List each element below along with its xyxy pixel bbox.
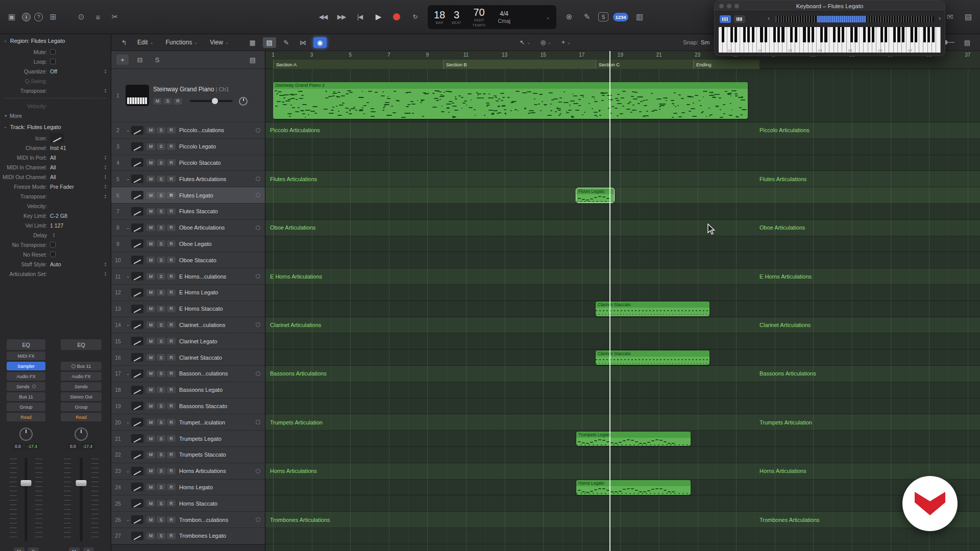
black-key[interactable] — [850, 27, 853, 42]
lcd-display[interactable]: 18BAR 3BEAT 70 KEEP TEMPO 4/4 Cmaj ⌄ — [428, 5, 556, 29]
solo-button[interactable]: S — [157, 338, 165, 344]
fader-cap[interactable] — [76, 480, 87, 486]
input-monitor-dot[interactable] — [256, 371, 260, 376]
solo-button[interactable]: S — [157, 306, 165, 312]
record-enable-button[interactable]: R — [167, 143, 176, 150]
mute-button[interactable]: M — [153, 98, 162, 105]
record-enable-button[interactable]: R — [174, 98, 182, 105]
midi-fx-slot[interactable]: MIDI FX — [7, 352, 45, 360]
solo-button[interactable]: S — [157, 321, 165, 328]
zoom-window-icon[interactable] — [734, 4, 739, 8]
menu-functions[interactable]: Functions⌄ — [165, 39, 198, 46]
solo-button[interactable]: S — [157, 370, 165, 377]
volume-fader[interactable] — [61, 457, 102, 542]
sends-slot[interactable]: Sends — [7, 382, 45, 391]
black-key[interactable] — [927, 27, 930, 42]
disclosure-chevron-icon[interactable]: ⌄ — [125, 469, 131, 473]
stepper[interactable]: ▴▾ — [105, 165, 106, 170]
duplicate-track-button[interactable]: ⊟ — [134, 55, 146, 65]
bus-11-slot[interactable]: Bus 11 — [7, 392, 45, 401]
record-enable-button[interactable]: R — [167, 387, 176, 393]
track-header-8-oboe-articulations[interactable]: 8⌄MSROboe Articulations — [111, 220, 265, 236]
track-header-9-oboe-legato[interactable]: 9MSROboe Legato — [111, 236, 265, 253]
volume-fader[interactable] — [7, 457, 45, 542]
mute-button[interactable]: M — [146, 127, 155, 134]
input-monitor-dot[interactable] — [256, 420, 260, 424]
stepper[interactable]: ▴▾ — [105, 184, 106, 189]
track-header-12-e-horns-legato[interactable]: 12MSRE Horns Legato — [111, 285, 265, 301]
black-key[interactable] — [765, 27, 767, 42]
inspector-toggle-icon[interactable]: i — [22, 13, 31, 21]
list-editors-icon[interactable]: ▥ — [633, 11, 646, 23]
track-header-panel-icon[interactable]: ▤ — [247, 55, 259, 65]
disclosure-chevron-icon[interactable]: ⌄ — [125, 274, 131, 279]
read-slot[interactable]: Read — [7, 413, 45, 421]
sampler-slot[interactable]: Sampler — [7, 362, 45, 370]
record-enable-button[interactable]: R — [167, 435, 176, 442]
solo-button[interactable]: S — [157, 354, 165, 361]
mute-button[interactable]: M — [146, 159, 155, 166]
marker-section-a[interactable]: Section A — [273, 60, 443, 69]
black-key[interactable] — [773, 27, 776, 42]
control-surfaces-icon[interactable]: ▤ — [962, 11, 975, 23]
mute-button[interactable]: M — [146, 387, 155, 393]
region-flutes-legato[interactable]: Flutes Legato — [576, 188, 614, 203]
slider-knob-icon[interactable] — [212, 98, 218, 104]
catch-playhead-icon[interactable]: ◉ — [313, 37, 327, 48]
checkbox[interactable] — [50, 59, 56, 64]
mute-button[interactable]: M — [146, 192, 155, 198]
track-header-17-bassoon-culations[interactable]: 17⌄MSRBassoon...culations — [111, 366, 265, 382]
solo-button[interactable]: S — [157, 387, 165, 393]
mixer-icon[interactable]: ≡ — [91, 11, 105, 23]
checkbox[interactable] — [50, 242, 56, 247]
track-header-7-flutes-staccato[interactable]: 7MSRFlutes Staccato — [111, 204, 265, 220]
playhead[interactable] — [609, 51, 610, 551]
stepper[interactable]: ▴▾ — [105, 88, 106, 93]
region-param-quantize[interactable]: Quantize:Off▴▾ — [0, 66, 111, 76]
mute-button[interactable]: M — [146, 240, 155, 247]
mute-button[interactable]: M — [146, 468, 155, 474]
mute-button[interactable]: M — [146, 452, 155, 458]
solo-button[interactable]: S — [157, 468, 165, 474]
solo-button[interactable]: S — [157, 176, 165, 182]
arrange-area[interactable]: Piccolo ArticulationsPiccolo Articulatio… — [265, 51, 980, 551]
solo-button[interactable]: S — [157, 435, 165, 442]
white-key[interactable] — [936, 27, 940, 53]
master-solo-button[interactable]: S — [151, 55, 163, 65]
mute-button[interactable]: M — [146, 257, 155, 263]
solo-button[interactable]: S — [157, 273, 165, 280]
black-key[interactable] — [854, 27, 857, 42]
track-header-3-piccolo-legato[interactable]: 3MSRPiccolo Legato — [111, 139, 265, 155]
track-header-11-e-horns-culations[interactable]: 11⌄MSRE Horns...culations — [111, 268, 265, 285]
region-param-more[interactable]: ▸More — [0, 111, 111, 120]
record-enable-button[interactable]: R — [167, 500, 176, 507]
track-header-18-bassoons-legato[interactable]: 18MSRBassoons Legato — [111, 382, 265, 398]
track-header-1-steinway-grand-piano[interactable]: 1Steinway Grand Piano | Ch1MSR — [111, 69, 265, 122]
stepper[interactable]: ▴▾ — [53, 233, 55, 238]
record-enable-button[interactable]: R — [167, 484, 176, 490]
stepper[interactable]: ▴▾ — [105, 174, 106, 180]
black-key[interactable] — [863, 27, 866, 42]
pan-knob[interactable] — [75, 428, 88, 441]
track-header-5-flutes-articulations[interactable]: 5⌄MSRFlutes Articulations — [111, 171, 265, 187]
mute-button[interactable]: M — [146, 419, 155, 425]
disclosure-chevron-icon[interactable]: ⌄ — [125, 177, 131, 181]
smart-controls-icon[interactable]: ⊙ — [75, 11, 88, 23]
read-slot[interactable]: Read — [61, 413, 102, 421]
track-header-2-piccolo-culations[interactable]: 2⌄MSRPiccolo...culations — [111, 122, 265, 139]
track-param-velocity[interactable]: Velocity: — [0, 201, 111, 211]
disclosure-chevron-icon[interactable]: ⌄ — [125, 226, 131, 230]
keyboard-window[interactable]: Keyboard – Flutes Legato ‹ › C1C2C3C4C5C… — [714, 0, 945, 56]
record-enable-button[interactable]: R — [167, 127, 176, 134]
mute-button[interactable]: M — [146, 354, 155, 361]
piano-keyboard[interactable]: C1C2C3C4C5C6C7 — [719, 27, 941, 53]
track-header-4-piccolo-staccato[interactable]: 4MSRPiccolo Staccato — [111, 155, 265, 171]
mute-button[interactable]: M — [146, 516, 155, 523]
scroll-right-icon[interactable]: › — [939, 15, 941, 22]
black-key[interactable] — [842, 27, 844, 42]
track-param-key-limit[interactable]: Key Limit:C-2 G8 — [0, 211, 111, 220]
quick-access-icon[interactable]: ▣ — [5, 11, 18, 23]
record-enable-button[interactable]: R — [167, 240, 176, 247]
mute-button[interactable]: M — [146, 370, 155, 377]
stepper[interactable]: ▴▾ — [105, 155, 106, 160]
